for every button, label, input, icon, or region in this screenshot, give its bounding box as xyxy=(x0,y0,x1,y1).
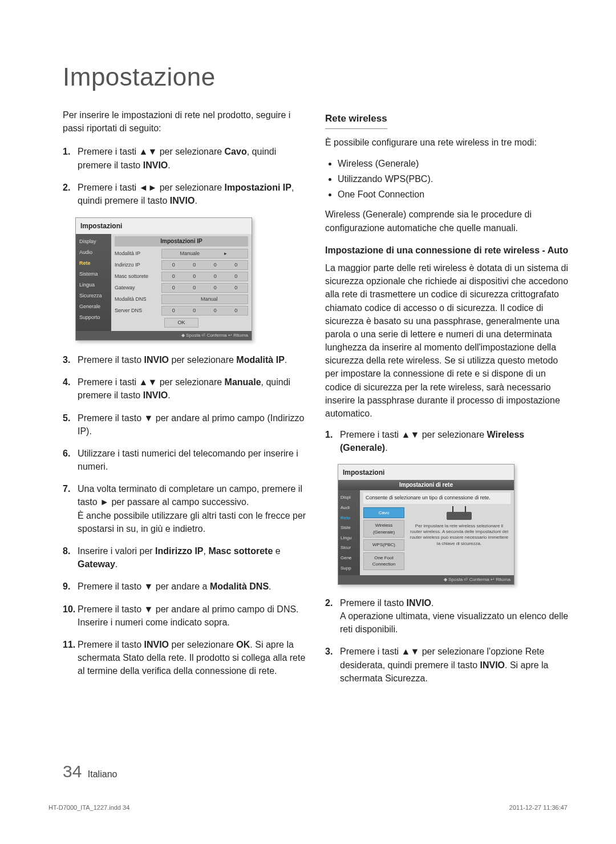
page-number: 34 xyxy=(63,762,82,781)
side-item: Audio xyxy=(76,247,111,258)
down-icon: ▼ xyxy=(144,581,153,591)
up-down-icon: ▲▼ xyxy=(139,147,157,156)
step-11: Premere il tasto INVIO per selezionare O… xyxy=(78,638,308,678)
print-metadata: HT-D7000_ITA_1227.indd 34 2011-12-27 11:… xyxy=(48,804,568,811)
left-right-icon: ◄► xyxy=(139,183,157,192)
bullet-item: Utilizzando WPS(PBC). xyxy=(338,172,570,185)
router-icon xyxy=(447,512,472,520)
step-5: Premere il tasto ▼ per andare al primo c… xyxy=(78,411,308,438)
left-column: Per inserire le impostazioni di rete nel… xyxy=(63,108,308,694)
step-2: Premere i tasti ◄► per selezionare Impos… xyxy=(78,181,308,207)
right-intro: È possibile configurare una rete wireles… xyxy=(325,136,570,149)
step-3: Premere il tasto INVIO per selezionare M… xyxy=(78,353,308,366)
intro-text: Per inserire le impostazioni di rete nel… xyxy=(63,108,308,135)
option-selected: Cavo xyxy=(363,507,404,519)
step-1: Premere i tasti ▲▼ per selezionare Cavo,… xyxy=(78,145,308,171)
shot2-sidebar: Displ Audi Rete Siste Lingu Sicur Gene S… xyxy=(338,490,360,575)
bullet-item: One Foot Connection xyxy=(338,188,570,201)
side-item-selected: Rete xyxy=(76,258,111,269)
bullet-item: Wireless (Generale) xyxy=(338,157,570,170)
r-step-1: Premere i tasti ▲▼ per selezionare Wirel… xyxy=(340,428,570,454)
shot2-desc: Consente di selezionare un tipo di conne… xyxy=(363,492,510,503)
shot2-footer: ◆ Sposta ⏎ Conferma ↩ Ritorna xyxy=(338,575,514,584)
side-item: Sistema xyxy=(76,269,111,280)
shot1-tab: Impostazioni IP xyxy=(115,236,248,247)
side-item: Sicurezza xyxy=(76,290,111,301)
step-9: Premere il tasto ▼ per andare a Modalità… xyxy=(78,580,308,593)
right-note: Wireless (Generale) comprende sia le pro… xyxy=(325,208,570,234)
option-column: Cavo Wireless (Generale) WPS(PBC) One Fo… xyxy=(363,507,404,572)
shot1-footer: ◆ Sposta ⏎ Conferma ↩ Ritorna xyxy=(76,331,252,340)
page-title: Impostazione xyxy=(63,63,570,91)
section-heading: Rete wireless xyxy=(325,112,387,129)
right-para: La maggior parte delle reti wireless è d… xyxy=(325,261,570,420)
option-item: One Foot Connection xyxy=(363,552,404,570)
shot2-bar: Impostazioni di rete xyxy=(338,480,514,491)
router-illustration: Per impostare la rete wireless seleziona… xyxy=(408,507,510,572)
print-file: HT-D7000_ITA_1227.indd 34 xyxy=(48,804,129,811)
shot1-title: Impostazioni xyxy=(76,218,252,233)
shot2-title: Impostazioni xyxy=(338,465,514,480)
step-7: Una volta terminato di completare un cam… xyxy=(78,482,308,535)
step-6: Utilizzare i tasti numerici del telecoma… xyxy=(78,447,308,473)
step-8: Inserire i valori per Indirizzo IP, Masc… xyxy=(78,544,308,571)
right-icon: ► xyxy=(100,497,109,507)
page-lang: Italiano xyxy=(88,769,117,779)
up-down-icon: ▲▼ xyxy=(139,377,157,387)
shot1-sidebar: Display Audio Rete Sistema Lingua Sicure… xyxy=(76,234,111,332)
r-step-3: Premere i tasti ▲▼ per selezionare l'opz… xyxy=(340,645,570,685)
screenshot-ip-settings: Impostazioni Display Audio Rete Sistema … xyxy=(75,217,252,341)
subsection-heading: Impostazione di una connessione di rete … xyxy=(325,244,570,257)
side-item: Supporto xyxy=(76,312,111,323)
side-item: Generale xyxy=(76,301,111,312)
ok-button: OK xyxy=(164,318,198,328)
option-item: WPS(PBC) xyxy=(363,539,404,551)
up-down-icon: ▲▼ xyxy=(402,647,420,656)
step-10: Premere il tasto ▼ per andare al primo c… xyxy=(78,603,308,629)
down-icon: ▼ xyxy=(144,413,153,423)
r-step-2: Premere il tasto INVIO. A operazione ult… xyxy=(340,596,570,636)
bullet-list: Wireless (Generale) Utilizzando WPS(PBC)… xyxy=(325,157,570,201)
right-column: Rete wireless È possibile configurare un… xyxy=(325,108,570,694)
screenshot-network-settings: Impostazioni Impostazioni di rete Displ … xyxy=(338,464,514,585)
side-item: Display xyxy=(76,236,111,247)
down-icon: ▼ xyxy=(144,604,153,614)
page-footer: 34 Italiano xyxy=(63,762,117,781)
print-date: 2011-12-27 11:36:47 xyxy=(509,804,568,811)
up-down-icon: ▲▼ xyxy=(402,430,420,439)
side-item: Lingua xyxy=(76,280,111,290)
option-item: Wireless (Generale) xyxy=(363,520,404,538)
step-4: Premere i tasti ▲▼ per selezionare Manua… xyxy=(78,375,308,402)
